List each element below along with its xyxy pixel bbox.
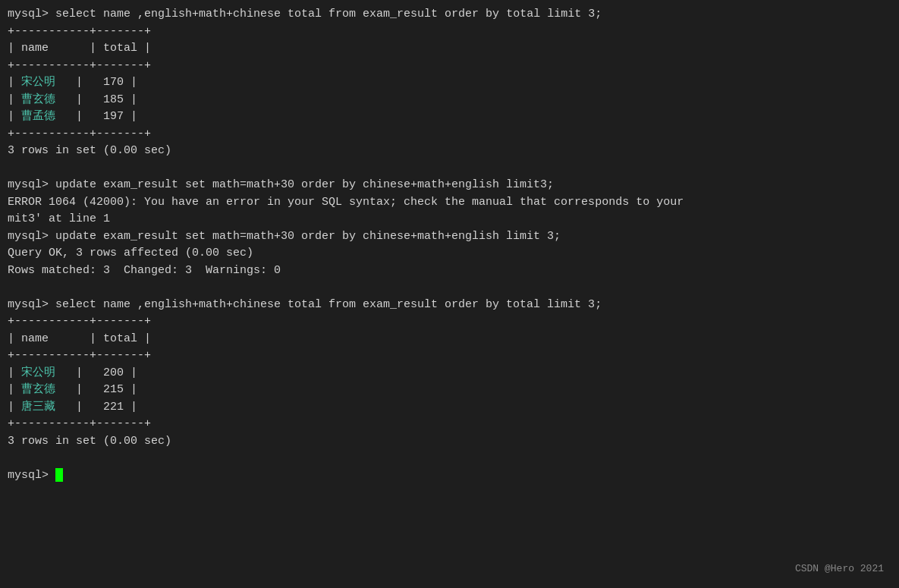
table2-header: | name | total | — [8, 331, 891, 348]
rows-matched: Rows matched: 3 Changed: 3 Warnings: 0 — [8, 263, 891, 280]
name-3: 曹孟德 — [21, 110, 55, 123]
blank-3 — [8, 450, 891, 467]
cursor — [55, 468, 63, 482]
sql-line-1: mysql> select name ,english+math+chinese… — [8, 6, 891, 24]
final-prompt[interactable]: mysql> — [8, 467, 891, 485]
error-line-1: ERROR 1064 (42000): You have an error in… — [8, 194, 891, 212]
table2-row3: | 唐三藏 | 221 | — [8, 399, 891, 417]
error-line-2: mit3' at line 1 — [8, 211, 891, 228]
table2-row1: | 宋公明 | 200 | — [8, 365, 891, 382]
table1-row2: | 曹玄德 | 185 | — [8, 92, 891, 109]
name-4: 宋公明 — [21, 366, 55, 379]
terminal-content: mysql> select name ,english+math+chinese… — [8, 6, 891, 484]
query-ok: Query OK, 3 rows affected (0.00 sec) — [8, 245, 891, 263]
table1-row1: | 宋公明 | 170 | — [8, 74, 891, 92]
blank-2 — [8, 279, 891, 297]
watermark: CSDN @Hero 2021 — [795, 561, 884, 577]
sql-line-2: mysql> select name ,english+math+chinese… — [8, 297, 891, 314]
terminal-window: mysql> select name ,english+math+chinese… — [8, 6, 891, 582]
blank-1 — [8, 160, 891, 178]
table1-border-mid: +-----------+-------+ — [8, 58, 891, 75]
table2-border-top: +-----------+-------+ — [8, 313, 891, 331]
table2-result: 3 rows in set (0.00 sec) — [8, 433, 891, 451]
table1-header: | name | total | — [8, 40, 891, 58]
name-5: 曹玄德 — [21, 383, 55, 396]
table2-border-mid: +-----------+-------+ — [8, 347, 891, 365]
sql-update-error: mysql> update exam_result set math=math+… — [8, 177, 891, 194]
name-1: 宋公明 — [21, 76, 55, 89]
table2-row2: | 曹玄德 | 215 | — [8, 382, 891, 399]
sql-update-ok: mysql> update exam_result set math=math+… — [8, 228, 891, 246]
table1-result: 3 rows in set (0.00 sec) — [8, 143, 891, 160]
table1-row3: | 曹孟德 | 197 | — [8, 108, 891, 126]
name-2: 曹玄德 — [21, 93, 55, 106]
table1-border-bottom: +-----------+-------+ — [8, 126, 891, 143]
name-6: 唐三藏 — [21, 401, 55, 413]
table2-border-bottom: +-----------+-------+ — [8, 416, 891, 433]
table1-border-top: +-----------+-------+ — [8, 24, 891, 41]
